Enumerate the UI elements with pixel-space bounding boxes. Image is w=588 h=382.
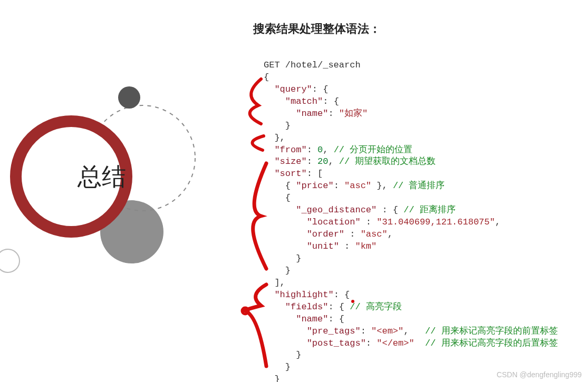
decorative-circles bbox=[0, 74, 216, 369]
svg-point-3 bbox=[118, 86, 140, 109]
summary-label: 总结 bbox=[41, 161, 162, 193]
request-line: GET /hotel/_search bbox=[264, 60, 361, 70]
section-title: 搜索结果处理整体语法： bbox=[253, 21, 558, 37]
svg-point-0 bbox=[0, 249, 20, 272]
watermark: CSDN @dengfengling999 bbox=[497, 370, 582, 379]
code-block: GET /hotel/_search { "query": { "match":… bbox=[264, 47, 558, 382]
